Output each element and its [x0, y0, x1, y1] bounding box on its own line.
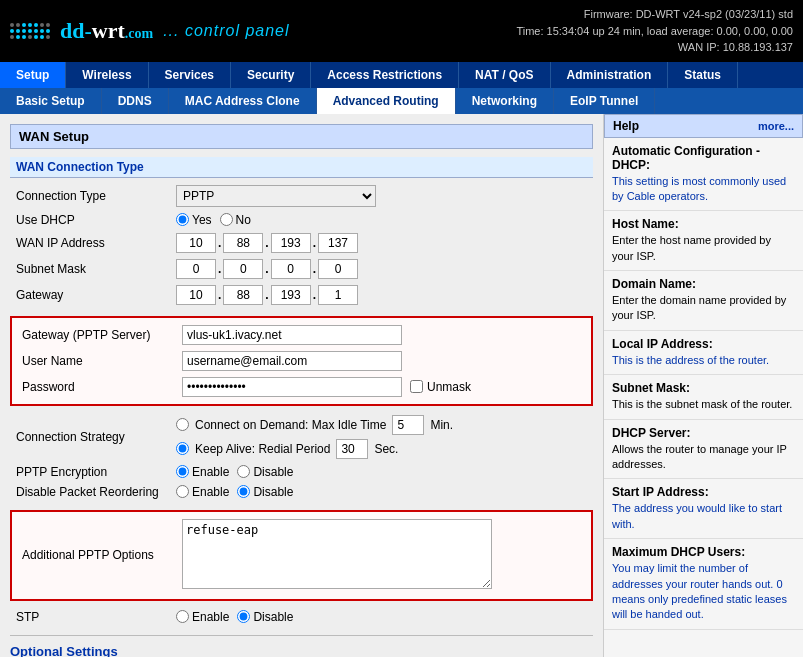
packet-disable-text: Disable — [253, 485, 293, 499]
tab-mac-address-clone[interactable]: MAC Address Clone — [169, 88, 317, 114]
use-dhcp-row: Use DHCP Yes No — [10, 210, 593, 230]
stp-enable-text: Enable — [192, 610, 229, 624]
wan-ip-2[interactable] — [223, 233, 263, 253]
nav-access-restrictions[interactable]: Access Restrictions — [311, 62, 459, 88]
pptp-enable-label[interactable]: Enable — [176, 465, 229, 479]
help-local-ip: Local IP Address: This is the address of… — [604, 331, 803, 375]
logo-com: .com — [125, 26, 153, 41]
tab-networking[interactable]: Networking — [456, 88, 554, 114]
help-host-name-text: Enter the host name provided by your ISP… — [612, 233, 795, 264]
tab-basic-setup[interactable]: Basic Setup — [0, 88, 102, 114]
tab-ddns[interactable]: DDNS — [102, 88, 169, 114]
username-input[interactable] — [182, 351, 402, 371]
use-dhcp-no-label[interactable]: No — [220, 213, 251, 227]
nav-services[interactable]: Services — [149, 62, 231, 88]
packet-disable-radio[interactable] — [237, 485, 250, 498]
connection-type-select[interactable]: PPTP — [176, 185, 376, 207]
nav-administration[interactable]: Administration — [551, 62, 669, 88]
credentials-table: Gateway (PPTP Server) User Name Password — [16, 322, 587, 400]
wan-ip-input-group: . . . — [176, 233, 587, 253]
additional-pptp-textarea[interactable]: refuse-eap — [182, 519, 492, 589]
stp-disable-label[interactable]: Disable — [237, 610, 293, 624]
password-input[interactable] — [182, 377, 402, 397]
help-more-link[interactable]: more... — [758, 120, 794, 132]
dot-sep-3: . — [313, 236, 316, 250]
dot-sep-1: . — [218, 236, 221, 250]
wan-ip-4[interactable] — [318, 233, 358, 253]
help-subnet-text: This is the subnet mask of the router. — [612, 397, 795, 412]
use-dhcp-yes-label[interactable]: Yes — [176, 213, 212, 227]
gateway-2[interactable] — [223, 285, 263, 305]
nav-status[interactable]: Status — [668, 62, 738, 88]
stp-enable-label[interactable]: Enable — [176, 610, 229, 624]
wan-ip-3[interactable] — [271, 233, 311, 253]
password-label: Password — [16, 374, 176, 400]
unmask-checkbox[interactable] — [410, 380, 423, 393]
connection-strategy-label: Connection Strategy — [10, 412, 170, 462]
wan-ip-display: WAN IP: 10.88.193.137 — [516, 39, 793, 56]
content-wrapper: WAN Setup WAN Connection Type Connection… — [0, 114, 803, 658]
nav-security[interactable]: Security — [231, 62, 311, 88]
uptime: Time: 15:34:04 up 24 min, load average: … — [516, 23, 793, 40]
pptp-enable-radio[interactable] — [176, 465, 189, 478]
gateway-4[interactable] — [318, 285, 358, 305]
secondary-nav: Basic Setup DDNS MAC Address Clone Advan… — [0, 88, 803, 114]
pptp-disable-radio[interactable] — [237, 465, 250, 478]
nav-nat-qos[interactable]: NAT / QoS — [459, 62, 550, 88]
primary-nav: Setup Wireless Services Security Access … — [0, 62, 803, 88]
wan-ip-1[interactable] — [176, 233, 216, 253]
stp-enable-radio[interactable] — [176, 610, 189, 623]
help-auto-dhcp-text: This setting is most commonly used by Ca… — [612, 174, 795, 205]
logo-text: dd-wrt.com — [60, 18, 153, 43]
subnet-2[interactable] — [223, 259, 263, 279]
logo-wrt: wrt — [92, 18, 125, 43]
keep-alive-radio[interactable] — [176, 442, 189, 455]
subnet-3[interactable] — [271, 259, 311, 279]
connect-on-demand-radio[interactable] — [176, 418, 189, 431]
connection-type-row: Connection Type PPTP — [10, 182, 593, 210]
redial-period-input[interactable] — [336, 439, 368, 459]
wan-section-title: WAN Connection Type — [16, 160, 144, 174]
additional-pptp-cell: refuse-eap — [176, 516, 587, 595]
help-start-ip: Start IP Address: The address you would … — [604, 479, 803, 539]
gateway-3[interactable] — [271, 285, 311, 305]
additional-pptp-table: Additional PPTP Options refuse-eap — [16, 516, 587, 595]
subnet-1[interactable] — [176, 259, 216, 279]
pptp-disable-label[interactable]: Disable — [237, 465, 293, 479]
packet-disable-label[interactable]: Disable — [237, 485, 293, 499]
use-dhcp-yes-radio[interactable] — [176, 213, 189, 226]
yes-text: Yes — [192, 213, 212, 227]
stp-cell: Enable Disable — [170, 607, 593, 627]
tab-eoip-tunnel[interactable]: EoIP Tunnel — [554, 88, 655, 114]
nav-setup[interactable]: Setup — [0, 62, 66, 88]
wan-setup-header: WAN Setup — [10, 124, 593, 149]
disable-packet-group: Enable Disable — [176, 485, 587, 499]
unmask-row: Unmask — [410, 380, 471, 394]
stp-row: STP Enable Disable — [10, 607, 593, 627]
nav-wireless[interactable]: Wireless — [66, 62, 148, 88]
username-cell — [176, 348, 587, 374]
help-host-name-title: Host Name: — [612, 217, 795, 231]
packet-enable-label[interactable]: Enable — [176, 485, 229, 499]
password-row: Password Unmask — [16, 374, 587, 400]
tab-advanced-routing[interactable]: Advanced Routing — [317, 88, 456, 114]
subnet-4[interactable] — [318, 259, 358, 279]
use-dhcp-no-radio[interactable] — [220, 213, 233, 226]
no-text: No — [236, 213, 251, 227]
stp-disable-radio[interactable] — [237, 610, 250, 623]
help-domain-name: Domain Name: Enter the domain name provi… — [604, 271, 803, 331]
dot-sep-4: . — [218, 262, 221, 276]
connection-strategy-row: Connection Strategy Connect on Demand: M… — [10, 412, 593, 462]
packet-enable-radio[interactable] — [176, 485, 189, 498]
gateway-pptp-input[interactable] — [182, 325, 402, 345]
username-label: User Name — [16, 348, 176, 374]
max-idle-input[interactable] — [392, 415, 424, 435]
firmware-version: Firmware: DD-WRT v24-sp2 (03/23/11) std — [516, 6, 793, 23]
optional-settings-header[interactable]: Optional Settings — [10, 644, 593, 658]
help-domain-name-text: Enter the domain name provided by your I… — [612, 293, 795, 324]
disable-packet-cell: Enable Disable — [170, 482, 593, 502]
additional-pptp-row: Additional PPTP Options refuse-eap — [16, 516, 587, 595]
gateway-pptp-label: Gateway (PPTP Server) — [16, 322, 176, 348]
gateway-1[interactable] — [176, 285, 216, 305]
use-dhcp-cell: Yes No — [170, 210, 593, 230]
